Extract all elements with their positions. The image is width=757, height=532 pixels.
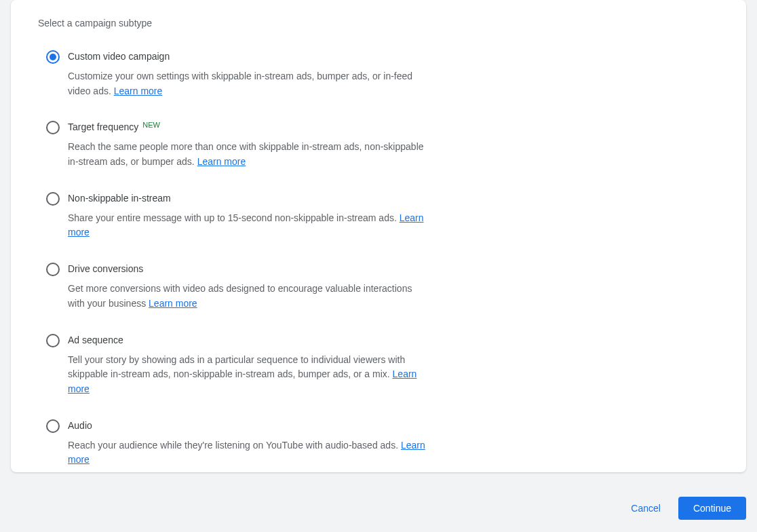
dialog-actions: Cancel Continue: [624, 497, 746, 520]
option-title-text: Target frequency: [68, 120, 138, 134]
option-description-text: Reach your audience while they're listen…: [68, 440, 398, 451]
radio-icon[interactable]: [46, 263, 60, 276]
svg-point-1: [50, 54, 56, 60]
campaign-subtype-card: Select a campaign subtype Custom video c…: [11, 0, 746, 472]
option-description: Share your entire message with up to 15-…: [68, 211, 431, 240]
option-body: Target frequencyNEWReach the same people…: [68, 120, 431, 169]
option-description: Tell your story by showing ads in a part…: [68, 353, 431, 397]
option-body: Non-skippable in-streamShare your entire…: [68, 191, 431, 240]
option-title-text: Custom video campaign: [68, 50, 170, 64]
learn-more-link[interactable]: Learn more: [149, 298, 197, 309]
learn-more-link[interactable]: Learn more: [197, 156, 246, 167]
option-description-text: Tell your story by showing ads in a part…: [68, 354, 405, 380]
option-body: Custom video campaignCustomize your own …: [68, 50, 431, 98]
svg-point-3: [47, 193, 59, 205]
option-title-text: Audio: [68, 419, 92, 433]
page-root: Select a campaign subtype Custom video c…: [0, 0, 757, 532]
option-title-text: Drive conversions: [68, 262, 143, 276]
svg-point-5: [47, 335, 59, 347]
radio-icon[interactable]: [46, 419, 60, 433]
option-body: Drive conversionsGet more conversions wi…: [68, 262, 431, 311]
option-description: Reach the same people more than once wit…: [68, 140, 431, 169]
option-drive-conversions[interactable]: Drive conversionsGet more conversions wi…: [46, 262, 431, 311]
option-description: Reach your audience while they're listen…: [68, 438, 431, 468]
radio-icon[interactable]: [46, 192, 60, 206]
svg-point-2: [47, 121, 59, 134]
option-title: Target frequencyNEW: [68, 120, 431, 134]
learn-more-link[interactable]: Learn more: [114, 86, 163, 96]
option-description-text: Reach the same people more than once wit…: [68, 141, 424, 167]
option-body: Ad sequenceTell your story by showing ad…: [68, 333, 431, 397]
option-title: Ad sequence: [68, 333, 431, 347]
option-non-skippable[interactable]: Non-skippable in-streamShare your entire…: [46, 191, 431, 240]
options-list: Custom video campaignCustomize your own …: [11, 50, 431, 468]
option-description-text: Get more conversions with video ads desi…: [68, 283, 412, 309]
option-title: Drive conversions: [68, 262, 431, 276]
option-title: Custom video campaign: [68, 50, 431, 64]
continue-button[interactable]: Continue: [678, 497, 746, 520]
option-title-text: Non-skippable in-stream: [68, 191, 171, 206]
option-audio[interactable]: AudioReach your audience while they're l…: [46, 419, 431, 468]
svg-point-6: [47, 420, 59, 432]
radio-icon[interactable]: [46, 121, 60, 134]
option-ad-sequence[interactable]: Ad sequenceTell your story by showing ad…: [46, 333, 431, 397]
card-title: Select a campaign subtype: [11, 16, 746, 31]
svg-point-4: [47, 263, 59, 276]
option-title-text: Ad sequence: [68, 333, 123, 347]
new-badge: NEW: [142, 119, 160, 131]
option-title: Audio: [68, 419, 431, 433]
cancel-button[interactable]: Cancel: [624, 497, 667, 519]
option-description-text: Share your entire message with up to 15-…: [68, 212, 397, 223]
option-description: Customize your own settings with skippab…: [68, 69, 431, 98]
option-description: Get more conversions with video ads desi…: [68, 282, 431, 311]
radio-selected-icon[interactable]: [46, 50, 60, 64]
option-target-frequency[interactable]: Target frequencyNEWReach the same people…: [46, 120, 431, 169]
option-body: AudioReach your audience while they're l…: [68, 419, 431, 468]
option-title: Non-skippable in-stream: [68, 191, 431, 206]
radio-icon[interactable]: [46, 334, 60, 347]
option-custom-video[interactable]: Custom video campaignCustomize your own …: [46, 50, 431, 98]
